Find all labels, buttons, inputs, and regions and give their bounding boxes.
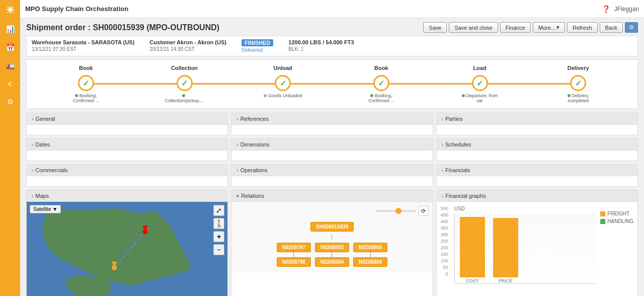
map-background (27, 202, 227, 296)
parties-header[interactable]: › Parties (437, 113, 637, 125)
general-header[interactable]: › General (27, 113, 227, 125)
zoom-slider[interactable] (375, 210, 416, 212)
map-svg (27, 202, 227, 296)
zoom-reset-button[interactable]: ⟳ (419, 206, 429, 216)
top-bar: MPO Supply Chain Orchestration ❓ JFlegga… (20, 0, 644, 18)
more-button[interactable]: More...▾ (533, 22, 565, 33)
financial-graph-content: 0 50 100 150 200 250 300 350 400 450 500 (437, 202, 637, 288)
dimensions-panel: › Dimensions (231, 138, 433, 161)
save-close-button[interactable]: Save and close (449, 22, 498, 33)
user-name[interactable]: JFleggan (614, 6, 639, 13)
legend-freight: FREIGHT (600, 211, 633, 216)
status-info: FINISHED Delivered (242, 39, 273, 53)
relation-grandchild-3[interactable]: N0208808 (353, 257, 387, 267)
bar-price: PRICE (493, 218, 518, 283)
references-content (231, 125, 432, 135)
back-button[interactable]: Back (600, 22, 623, 33)
sidebar-item-dashboard[interactable]: 📊› (0, 20, 20, 38)
step-unload: Unload ✓ Goods Unloaded (233, 65, 332, 98)
general-panel: › General (26, 113, 228, 135)
parties-content (437, 125, 637, 135)
chart-currency: USD (454, 206, 597, 211)
help-icon[interactable]: ❓ (602, 5, 610, 13)
maps-header[interactable]: › Maps (27, 190, 227, 202)
dates-panel: › Dates (26, 138, 228, 161)
sidebar: ☀ 📊› 📅› 🚛› €› ⚙› (0, 0, 20, 296)
weight-volume: 1200.00 LBS / 54.000 FT3 (288, 39, 354, 45)
financials-header[interactable]: › Financials (437, 165, 637, 176)
financials-content (437, 176, 637, 186)
relations-panel: ▾ Relations ⟳ SH000015939 (231, 190, 433, 296)
general-content (27, 125, 227, 135)
weight-info: 1200.00 LBS / 54.000 FT3 BLK: 2 (288, 39, 354, 52)
relation-child-3[interactable]: N0208805 (353, 243, 387, 252)
finance-button[interactable]: Finance (500, 22, 531, 33)
relation-tree: SH000015939 N0208797 N0208798 N0208803 (235, 220, 428, 269)
schedules-content (437, 151, 637, 161)
step-load: Load ✓ Departure, from var (431, 65, 529, 103)
map-view: Satellite ▼ ⤢ 🚶 + − Google Mexico (27, 202, 227, 296)
relation-child-2[interactable]: N0208803 (315, 243, 349, 252)
step-book: Book ✓ Booking, Confirmed ... (37, 65, 135, 103)
map-zoom-controls: ⤢ 🚶 + − (213, 205, 224, 255)
chart-y-axis: 0 50 100 150 200 250 300 350 400 450 500 (441, 206, 450, 276)
customer-name: Customer Akron - Akron (US) (149, 39, 226, 45)
warehouse-date: 13/12/21 07:30 EST (32, 46, 134, 52)
operations-header[interactable]: › Operations (231, 165, 432, 176)
commercials-panel: › Commercials (26, 164, 228, 187)
steps-row: Book ✓ Booking, Confirmed ... Collection… (37, 65, 627, 103)
info-bar: Warehouse Sarasota - SARASOTA (US) 13/12… (26, 36, 638, 56)
chart-legend: FREIGHT HANDLING (600, 206, 633, 284)
commercials-header[interactable]: › Commercials (27, 165, 227, 176)
map-zoom-out-button[interactable]: − (213, 244, 224, 255)
relation-grandchild-2[interactable]: N0208804 (315, 257, 349, 267)
relations-zoom-bar: ⟳ (235, 206, 428, 216)
page-header: Shipment order : SH000015939 (MPO-OUTBOU… (26, 22, 638, 33)
financial-graphs-panel: › Financial graphs 0 50 100 150 200 250 (436, 190, 638, 296)
bar-cost-visual (460, 217, 485, 277)
status-sub: Delivered (242, 47, 273, 53)
map-fullscreen-button[interactable]: ⤢ (213, 205, 224, 216)
save-button[interactable]: Save (423, 22, 447, 33)
page-content: Shipment order : SH000015939 (MPO-OUTBOU… (20, 18, 644, 296)
legend-freight-color (600, 211, 605, 216)
progress-steps: Book ✓ Booking, Confirmed ... Collection… (26, 59, 638, 109)
relation-children: N0208797 N0208798 N0208803 N0208804 N020… (277, 243, 387, 267)
financial-graphs-header[interactable]: › Financial graphs (437, 190, 637, 202)
sidebar-item-settings[interactable]: ⚙› (0, 93, 20, 111)
warehouse-name: Warehouse Sarasota - SARASOTA (US) (32, 39, 134, 45)
chart-wrapper: 0 50 100 150 200 250 300 350 400 450 500 (441, 206, 633, 284)
customer-info: Customer Akron - Akron (US) 20/12/21 14:… (149, 39, 226, 52)
gear-button[interactable]: ⚙ (625, 22, 638, 33)
map-person-button[interactable]: 🚶 (213, 218, 224, 229)
legend-handling-color (600, 219, 605, 224)
schedules-panel: › Schedules (436, 138, 638, 161)
map-zoom-in-button[interactable]: + (213, 231, 224, 242)
step-delivery: Delivery ✓ Delivery, completed (529, 65, 627, 103)
zoom-handle[interactable] (395, 208, 401, 214)
relation-root[interactable]: SH000015939 (310, 222, 354, 232)
maps-panel: › Maps (26, 190, 228, 296)
relations-header[interactable]: ▾ Relations (231, 190, 432, 202)
sidebar-item-truck[interactable]: 🚛› (0, 56, 20, 75)
dimensions-header[interactable]: › Dimensions (231, 139, 432, 151)
references-header[interactable]: › References (231, 113, 432, 125)
satellite-button[interactable]: Satellite ▼ (30, 205, 61, 213)
sidebar-item-finance[interactable]: €› (0, 75, 20, 93)
app-logo[interactable]: ☀ (0, 0, 20, 20)
customer-date: 20/12/21 14:30 CST (149, 46, 226, 52)
refresh-button[interactable]: Refresh (567, 22, 598, 33)
relations-content: ⟳ SH000015939 N0208797 N0208798 (231, 202, 432, 273)
schedules-header[interactable]: › Schedules (437, 139, 637, 151)
chart-area: USD COST PRICE (454, 206, 597, 284)
step-collection: Collection ✓ Collection/pickup,... (135, 65, 234, 103)
step-book2: Book ✓ Booking, Confirmed ... (332, 65, 431, 103)
operations-content (231, 176, 432, 186)
bar-price-visual (493, 218, 518, 277)
relation-child-1[interactable]: N0208797 (277, 243, 311, 252)
sidebar-item-calendar[interactable]: 📅› (0, 38, 20, 56)
relation-grandchild-1[interactable]: N0208798 (277, 257, 311, 267)
header-buttons: Save Save and close Finance More...▾ Ref… (423, 22, 638, 33)
dates-header[interactable]: › Dates (27, 139, 227, 151)
main-content: MPO Supply Chain Orchestration ❓ JFlegga… (20, 0, 644, 296)
